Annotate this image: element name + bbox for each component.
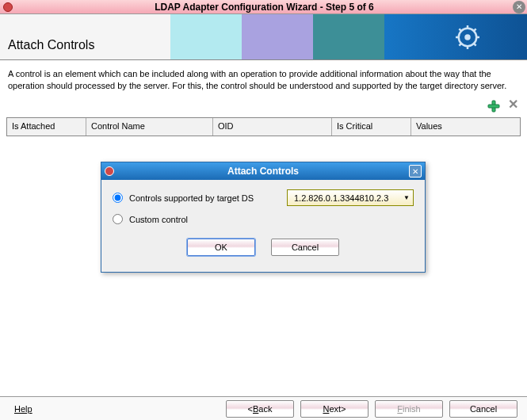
dialog-cancel-button[interactable]: Cancel	[271, 239, 339, 256]
col-is-attached[interactable]: Is Attached	[7, 118, 86, 136]
svg-line-9	[473, 29, 476, 32]
cancel-button[interactable]: Cancel	[449, 400, 517, 418]
col-control-name[interactable]: Control Name	[86, 118, 213, 136]
window-close-button[interactable]: ✕	[513, 1, 525, 13]
finish-button: Finish	[375, 400, 443, 418]
controls-table: Is Attached Control Name OID Is Critical…	[6, 117, 521, 136]
svg-line-8	[459, 43, 462, 46]
back-button[interactable]: < Back	[226, 400, 294, 418]
radio-custom-control[interactable]	[113, 214, 123, 224]
attach-controls-dialog: Attach Controls ✕ Controls supported by …	[101, 162, 426, 273]
col-oid[interactable]: OID	[213, 118, 332, 136]
wizard-header: Attach Controls	[0, 14, 527, 60]
delete-control-button[interactable]: ✕	[506, 98, 519, 111]
gear-icon	[456, 25, 479, 49]
svg-line-7	[473, 43, 476, 46]
page-description: A control is an element which can be inc…	[0, 60, 527, 97]
oid-dropdown-value: 1.2.826.0.1.3344810.2.3	[294, 193, 388, 203]
svg-point-1	[464, 34, 471, 40]
window-title: LDAP Adapter Configuration Wizard - Step…	[16, 2, 513, 13]
dialog-titlebar[interactable]: Attach Controls ✕	[101, 162, 425, 180]
dialog-title: Attach Controls	[117, 166, 409, 177]
svg-line-6	[459, 29, 462, 32]
help-link[interactable]: Help	[6, 404, 40, 414]
radio-custom-row: Custom control	[113, 214, 414, 224]
radio-supported-by-target[interactable]	[113, 193, 123, 203]
next-button[interactable]: Next >	[300, 400, 369, 418]
dialog-close-button[interactable]: ✕	[409, 165, 422, 178]
wizard-footer: Help < Back Next > Finish Cancel	[0, 396, 527, 420]
dialog-ok-button[interactable]: OK	[187, 239, 255, 256]
radio-custom-label: Custom control	[129, 215, 188, 224]
col-is-critical[interactable]: Is Critical	[332, 118, 411, 136]
table-header-row: Is Attached Control Name OID Is Critical…	[7, 118, 520, 136]
radio-supported-row: Controls supported by target DS 1.2.826.…	[113, 189, 414, 206]
header-decoration	[170, 14, 527, 60]
oid-dropdown[interactable]: 1.2.826.0.1.3344810.2.3 ▼	[287, 189, 414, 206]
radio-supported-label: Controls supported by target DS	[129, 193, 254, 203]
table-toolbar: ✕	[0, 97, 527, 117]
dialog-app-icon	[105, 166, 114, 176]
app-icon	[3, 2, 13, 12]
chevron-down-icon: ▼	[403, 194, 410, 201]
col-values[interactable]: Values	[411, 118, 520, 136]
add-control-button[interactable]	[486, 98, 502, 114]
svg-rect-11	[488, 105, 499, 108]
page-title: Attach Controls	[8, 38, 94, 52]
window-titlebar: LDAP Adapter Configuration Wizard - Step…	[0, 0, 527, 14]
